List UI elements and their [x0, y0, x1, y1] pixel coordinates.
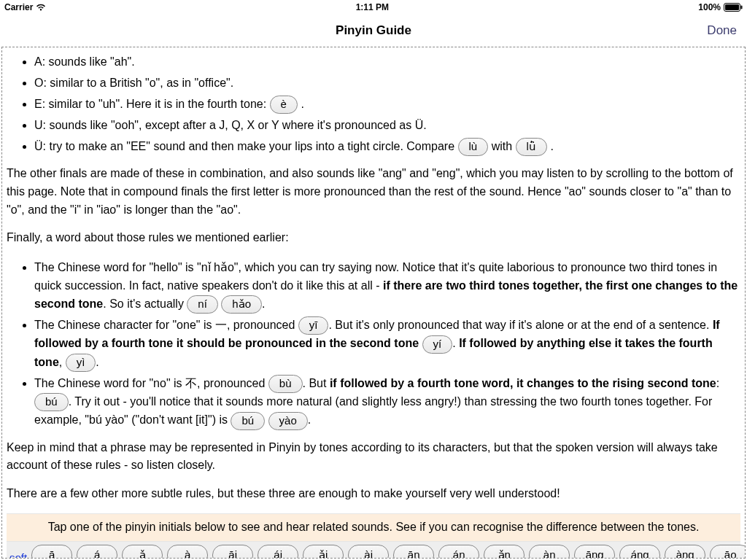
list-item: The Chinese word for "hello" is "nǐ hǎo"…: [34, 257, 740, 315]
paragraph-finals: The other finals are made of these in co…: [7, 165, 740, 219]
sound-button[interactable]: āi: [212, 545, 253, 559]
sound-button[interactable]: à: [167, 545, 208, 559]
sound-button[interactable]: ài: [348, 545, 389, 559]
emphasis: if followed by a fourth tone word, it ch…: [330, 377, 716, 389]
list-item: U: sounds like "ooh", except after a J, …: [34, 115, 740, 136]
sound-button[interactable]: á: [77, 545, 117, 559]
done-button[interactable]: Done: [707, 15, 737, 47]
wifi-icon: [36, 4, 46, 11]
page-title: Pinyin Guide: [336, 23, 411, 38]
audio-button-hao3[interactable]: hǎo: [221, 295, 262, 314]
audio-button-e4[interactable]: è: [270, 96, 298, 114]
sound-button[interactable]: āng: [574, 545, 615, 559]
sound-button[interactable]: ǎ: [122, 545, 163, 559]
audio-button-yi4[interactable]: yì: [66, 354, 96, 372]
audio-button-lv4[interactable]: lǜ: [516, 138, 547, 156]
initial-link-soft[interactable]: soft: [9, 549, 27, 559]
audio-button-yao4[interactable]: yào: [268, 412, 308, 430]
paragraph-rules-intro: Finally, a word about those rules we men…: [7, 229, 740, 247]
audio-button-bu2[interactable]: bú: [34, 393, 69, 411]
sound-button[interactable]: ái: [258, 545, 298, 559]
sound-button[interactable]: ān: [393, 545, 434, 559]
list-item: The Chinese character for "one" is 一, pr…: [34, 315, 740, 373]
sound-button[interactable]: àng: [665, 545, 705, 559]
audio-button-ni2[interactable]: ní: [187, 295, 218, 314]
svg-rect-2: [740, 6, 742, 9]
carrier-label: Carrier: [4, 2, 33, 12]
audio-button-yi1[interactable]: yī: [298, 316, 329, 335]
vowel-list: A: sounds like "ah". O: similar to a Bri…: [7, 52, 740, 158]
content-area: A: sounds like "ah". O: similar to a Bri…: [1, 47, 746, 559]
nav-bar: Pinyin Guide Done: [0, 15, 747, 47]
list-item: The Chinese word for "no" is 不, pronounc…: [34, 373, 740, 432]
sound-button[interactable]: àn: [529, 545, 570, 559]
sound-button[interactable]: án: [438, 545, 479, 559]
paragraph-subtle: There are a few other more subtle rules,…: [7, 485, 740, 503]
rules-list: The Chinese word for "hello" is "nǐ hǎo"…: [7, 257, 740, 431]
svg-rect-1: [725, 4, 739, 10]
sound-grid: soft b c āáǎàāiáiǎiàiānánǎnànāngángàngāo…: [7, 542, 740, 559]
instruction-bar: Tap one of the pinyin initials below to …: [7, 513, 740, 542]
list-item: E: similar to "uh". Here it is in the fo…: [34, 94, 740, 115]
audio-button-bu2b[interactable]: bú: [231, 412, 265, 430]
list-item: A: sounds like "ah".: [34, 52, 740, 73]
audio-button-bu4[interactable]: bù: [268, 375, 303, 393]
sound-button[interactable]: āo: [710, 545, 746, 559]
sound-button[interactable]: ǎn: [484, 545, 525, 559]
sound-row: āáǎàāiáiǎiàiānánǎnànāngángàngāoáo: [31, 545, 746, 559]
sound-button[interactable]: ǎi: [303, 545, 344, 559]
sound-button[interactable]: ā: [31, 545, 72, 559]
list-item: O: similar to a British "o", as in "offi…: [34, 73, 740, 94]
list-item: Ü: try to make an "EE" sound and then ma…: [34, 136, 740, 158]
battery-icon: [724, 3, 743, 12]
audio-button-lu4[interactable]: lù: [458, 138, 489, 156]
paragraph-keep-in-mind: Keep in mind that a phrase may be repres…: [7, 439, 740, 475]
initials-column: soft b c: [9, 545, 27, 559]
audio-button-yi2[interactable]: yí: [422, 335, 453, 354]
status-bar: Carrier 1:11 PM 100%: [0, 0, 747, 15]
sound-button[interactable]: áng: [619, 545, 660, 559]
battery-percent: 100%: [698, 2, 721, 12]
clock: 1:11 PM: [356, 2, 389, 12]
